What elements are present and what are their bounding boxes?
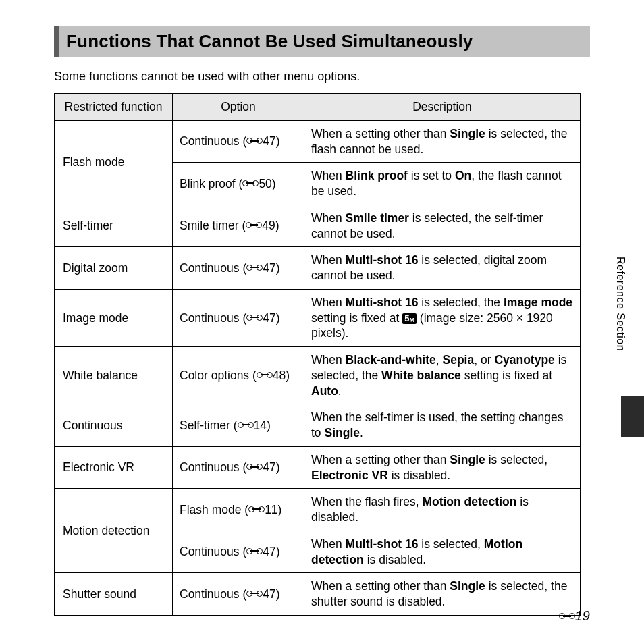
reference-icon — [246, 548, 263, 556]
cell-function: White balance — [55, 347, 173, 404]
cell-option: Continuous (47) — [173, 247, 304, 290]
col-description: Description — [304, 94, 581, 121]
table-row: Self-timer Smile timer (49) When Smile t… — [55, 205, 581, 247]
cell-function: Flash mode — [55, 120, 173, 205]
table-row: Shutter sound Continuous (47) When a set… — [55, 573, 581, 616]
reference-icon — [246, 315, 263, 323]
section-label: Reference Section — [614, 257, 626, 351]
cell-option: Continuous (47) — [173, 120, 304, 163]
cell-description: When the self-timer is used, the setting… — [304, 404, 581, 447]
cell-function: Motion detection — [55, 489, 173, 573]
reference-icon — [246, 591, 263, 599]
page-title: Functions That Cannot Be Used Simultaneo… — [54, 26, 590, 57]
cell-function: Electronic VR — [55, 446, 173, 489]
cell-option: Blink proof (50) — [173, 163, 304, 205]
reference-icon — [246, 265, 263, 273]
cell-description: When Multi-shot 16 is selected, the Imag… — [304, 289, 581, 346]
cell-description: When Smile timer is selected, the self-t… — [304, 205, 581, 247]
cell-description: When a setting other than Single is sele… — [304, 446, 581, 489]
page-number: 19 — [559, 608, 590, 624]
cell-description: When Multi-shot 16 is selected, digital … — [304, 247, 581, 290]
cell-function: Image mode — [55, 289, 173, 346]
reference-icon — [246, 464, 263, 472]
reference-icon — [246, 222, 262, 230]
reference-icon — [242, 180, 259, 188]
table-row: Digital zoom Continuous (47) When Multi-… — [55, 247, 581, 290]
reference-icon — [238, 422, 254, 430]
side-tab — [621, 396, 644, 437]
table-row: Motion detection Flash mode (11) When th… — [55, 489, 581, 531]
cell-option: Self-timer (14) — [173, 404, 304, 447]
reference-icon — [246, 138, 263, 146]
reference-icon — [559, 613, 575, 621]
cell-option: Color options (48) — [173, 347, 304, 404]
cell-description: When a setting other than Single is sele… — [304, 573, 581, 616]
cell-option: Flash mode (11) — [173, 489, 304, 531]
cell-description: When Blink proof is set to On, the flash… — [304, 163, 581, 205]
table-header-row: Restricted function Option Description — [55, 94, 581, 121]
cell-option: Smile timer (49) — [173, 205, 304, 247]
table-row: Flash mode Continuous (47) When a settin… — [55, 120, 581, 163]
cell-function: Shutter sound — [55, 573, 173, 616]
col-restricted: Restricted function — [55, 94, 173, 121]
table-row: Electronic VR Continuous (47) When a set… — [55, 446, 581, 489]
restrictions-table: Restricted function Option Description F… — [54, 93, 581, 616]
cell-description: When Multi-shot 16 is selected, Motion d… — [304, 531, 581, 573]
cell-function: Digital zoom — [55, 247, 173, 290]
cell-option: Continuous (47) — [173, 289, 304, 346]
cell-description: When a setting other than Single is sele… — [304, 120, 581, 163]
reference-icon — [248, 506, 265, 514]
manual-page: Functions That Cannot Be Used Simultaneo… — [0, 0, 644, 644]
reference-icon — [257, 372, 273, 380]
table-row: White balance Color options (48) When Bl… — [55, 347, 581, 404]
table-row: Image mode Continuous (47) When Multi-sh… — [55, 289, 581, 346]
table-row: Continuous Self-timer (14) When the self… — [55, 404, 581, 447]
five-mp-icon: 5M — [402, 313, 417, 324]
intro-text: Some functions cannot be used with other… — [54, 70, 590, 84]
cell-description: When Black-and-white, Sepia, or Cyanotyp… — [304, 347, 581, 404]
cell-function: Self-timer — [55, 205, 173, 247]
cell-option: Continuous (47) — [173, 573, 304, 616]
col-option: Option — [173, 94, 304, 121]
cell-function: Continuous — [55, 404, 173, 447]
cell-option: Continuous (47) — [173, 446, 304, 489]
cell-description: When the flash fires, Motion detection i… — [304, 489, 581, 531]
cell-option: Continuous (47) — [173, 531, 304, 573]
